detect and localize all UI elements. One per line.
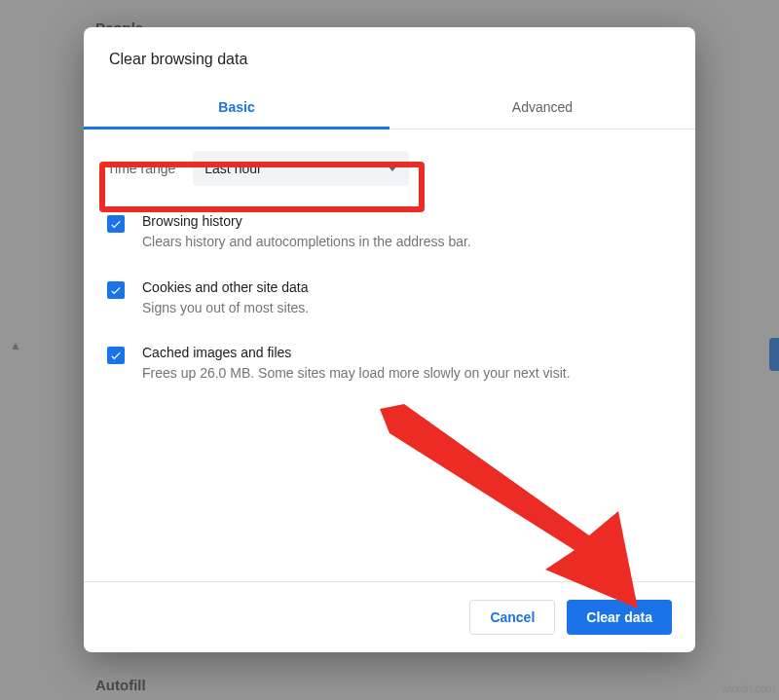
chevron-down-icon: [388, 166, 397, 171]
dialog-tabs: Basic Advanced: [84, 86, 695, 129]
time-range-select[interactable]: Last hour: [193, 151, 409, 186]
checkbox-cache[interactable]: [107, 347, 125, 364]
time-range-label: Time range: [107, 161, 175, 176]
watermark: wsxdn.com: [722, 682, 775, 694]
cancel-button[interactable]: Cancel: [469, 600, 555, 635]
time-range-row: Time range Last hour: [107, 151, 672, 186]
option-title: Browsing history: [142, 213, 471, 229]
checkbox-cookies[interactable]: [107, 281, 125, 299]
checkbox-browsing-history[interactable]: [107, 215, 125, 233]
option-subtitle: Frees up 26.0 MB. Some sites may load mo…: [142, 364, 571, 384]
option-title: Cookies and other site data: [142, 279, 309, 295]
check-icon: [109, 283, 123, 297]
option-subtitle: Clears history and autocompletions in th…: [142, 233, 471, 252]
option-cookies: Cookies and other site data Signs you ou…: [107, 279, 672, 318]
option-title: Cached images and files: [142, 345, 571, 360]
dialog-title: Clear browsing data: [84, 27, 695, 86]
time-range-value: Last hour: [204, 161, 261, 176]
tab-basic[interactable]: Basic: [84, 86, 390, 129]
clear-browsing-data-dialog: Clear browsing data Basic Advanced Time …: [84, 27, 695, 652]
option-browsing-history: Browsing history Clears history and auto…: [107, 213, 672, 252]
dialog-footer: Cancel Clear data: [84, 581, 695, 652]
option-cache: Cached images and files Frees up 26.0 MB…: [107, 345, 672, 384]
option-subtitle: Signs you out of most sites.: [142, 299, 309, 318]
clear-data-button[interactable]: Clear data: [567, 600, 672, 635]
tab-advanced[interactable]: Advanced: [390, 86, 695, 129]
check-icon: [109, 349, 123, 362]
check-icon: [109, 217, 123, 231]
